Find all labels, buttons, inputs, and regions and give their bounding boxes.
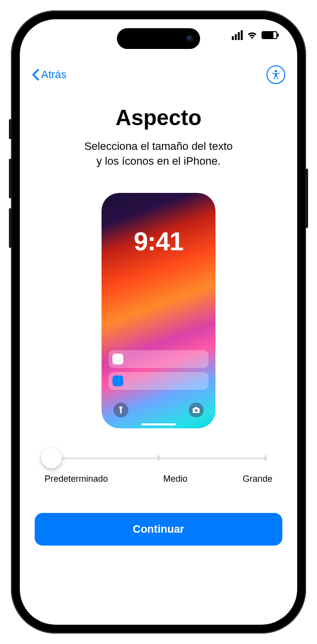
page-subtitle: Selecciona el tamaño del texto y los íco… bbox=[40, 139, 277, 168]
notification-row bbox=[108, 372, 209, 390]
flashlight-icon bbox=[113, 403, 128, 417]
battery-icon bbox=[262, 31, 277, 39]
status-bar bbox=[232, 30, 277, 40]
slider-label-medium: Medio bbox=[163, 474, 188, 484]
size-slider-section: Predeterminado Medio Grande bbox=[45, 448, 272, 484]
slider-label-large: Grande bbox=[243, 474, 272, 484]
slider-tick bbox=[158, 455, 159, 461]
slider-label-default: Predeterminado bbox=[45, 474, 108, 484]
home-indicator bbox=[141, 423, 176, 425]
page-title: Aspecto bbox=[40, 105, 277, 130]
dynamic-island bbox=[117, 28, 200, 49]
chevron-left-icon bbox=[32, 69, 39, 81]
preview-time: 9:41 bbox=[102, 227, 215, 256]
svg-rect-3 bbox=[195, 407, 198, 409]
size-slider[interactable] bbox=[45, 448, 272, 468]
cellular-signal-icon bbox=[232, 30, 243, 40]
power-button bbox=[305, 169, 308, 228]
svg-point-0 bbox=[275, 70, 277, 73]
content-area: Aspecto Selecciona el tamaño del texto y… bbox=[20, 86, 297, 428]
navigation-bar: Atrás bbox=[20, 64, 297, 86]
slider-thumb[interactable] bbox=[41, 448, 62, 468]
accessibility-button[interactable] bbox=[266, 65, 285, 84]
back-button[interactable]: Atrás bbox=[32, 68, 66, 81]
device-frame: Atrás Aspecto Selecciona el tamaño del t… bbox=[11, 10, 306, 634]
back-label: Atrás bbox=[41, 68, 66, 81]
accessibility-icon bbox=[270, 69, 282, 81]
continue-button[interactable]: Continuar bbox=[35, 513, 282, 546]
slider-labels: Predeterminado Medio Grande bbox=[45, 474, 272, 484]
volume-down-button bbox=[9, 208, 12, 248]
volume-up-button bbox=[9, 159, 12, 198]
slider-tick bbox=[264, 455, 266, 461]
wifi-icon bbox=[247, 31, 258, 39]
front-camera bbox=[186, 35, 193, 42]
camera-icon bbox=[189, 403, 204, 417]
appearance-preview: 9:41 bbox=[102, 193, 215, 428]
preview-bottom-actions bbox=[102, 403, 215, 417]
screen: Atrás Aspecto Selecciona el tamaño del t… bbox=[20, 19, 297, 625]
side-button bbox=[9, 119, 12, 139]
preview-notifications bbox=[108, 350, 209, 394]
notification-row bbox=[108, 350, 209, 368]
svg-point-2 bbox=[195, 409, 198, 412]
